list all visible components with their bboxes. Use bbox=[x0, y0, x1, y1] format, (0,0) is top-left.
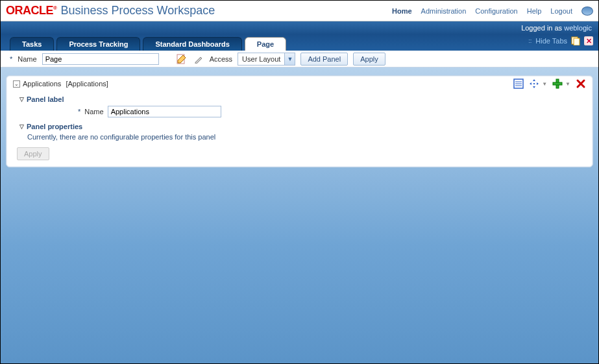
tab-strip-tools: :: Hide Tabs ✕ bbox=[528, 36, 593, 45]
user-bar: Logged in as weblogic bbox=[1, 21, 598, 34]
top-nav: Home Administration Configuration Help L… bbox=[392, 6, 593, 16]
panel-apply-button: Apply bbox=[17, 147, 49, 160]
logged-in-user: weblogic bbox=[564, 24, 592, 32]
add-icon[interactable] bbox=[552, 79, 563, 89]
app-title: Business Process Workspace bbox=[60, 4, 215, 18]
brand-oval-icon bbox=[581, 6, 593, 16]
breadcrumb-detail: [Applications] bbox=[66, 80, 108, 88]
tab-standard-dashboards[interactable]: Standard Dashboards bbox=[143, 37, 241, 51]
tab-strip: Tasks Process Tracking Standard Dashboar… bbox=[1, 34, 598, 51]
edit-icon[interactable] bbox=[176, 53, 188, 65]
required-marker-2: * bbox=[78, 108, 80, 115]
move-icon[interactable] bbox=[529, 79, 539, 89]
required-marker: * bbox=[10, 55, 12, 63]
panel-name-label: Name bbox=[84, 108, 103, 115]
breadcrumb-app: Applications bbox=[23, 80, 61, 88]
panel-breadcrumb: ⌄ Applications [Applications] bbox=[13, 80, 108, 88]
tab-page[interactable]: Page bbox=[245, 37, 286, 51]
svg-rect-1 bbox=[574, 38, 580, 45]
access-value: User Layout bbox=[238, 55, 284, 63]
svg-rect-9 bbox=[553, 82, 562, 85]
pencil-icon[interactable] bbox=[193, 53, 204, 65]
page-toolbar: * Name Access User Layout ▼ Add Panel Ap… bbox=[1, 51, 598, 67]
move-menu-caret-icon[interactable]: ▼ bbox=[542, 81, 547, 87]
app-header: ORACLE Business Process Workspace Home A… bbox=[1, 1, 598, 21]
svg-rect-7 bbox=[533, 83, 535, 84]
delete-icon[interactable] bbox=[576, 79, 586, 89]
hide-tabs-dots-icon: :: bbox=[528, 38, 532, 44]
close-tab-icon[interactable]: ✕ bbox=[584, 36, 593, 45]
nav-configuration[interactable]: Configuration bbox=[475, 7, 517, 15]
panel-apply-row: Apply bbox=[17, 147, 586, 160]
main-content: ⌄ Applications [Applications] ▼ ▼ bbox=[1, 67, 598, 364]
tab-process-tracking[interactable]: Process Tracking bbox=[56, 37, 140, 51]
page-name-input[interactable] bbox=[42, 53, 159, 65]
dropdown-icon[interactable]: ▼ bbox=[284, 53, 295, 65]
logged-in-label: Logged in as bbox=[521, 24, 562, 32]
collapse-triangle-icon-2[interactable]: ▽ bbox=[19, 123, 24, 130]
tab-tasks[interactable]: Tasks bbox=[10, 37, 54, 51]
panel-label-title: Panel label bbox=[27, 95, 64, 103]
nav-home[interactable]: Home bbox=[392, 7, 412, 15]
panel-properties-note: Currently, there are no configurable pro… bbox=[27, 133, 586, 141]
expand-toggle-icon[interactable]: ⌄ bbox=[13, 80, 20, 88]
panel-properties-section: ▽ Panel properties bbox=[19, 123, 586, 130]
collapse-triangle-icon[interactable]: ▽ bbox=[19, 96, 24, 103]
nav-help[interactable]: Help bbox=[527, 7, 542, 15]
panel-name-row: * Name bbox=[78, 106, 586, 117]
access-select[interactable]: User Layout ▼ bbox=[238, 53, 295, 66]
panel-header: ⌄ Applications [Applications] ▼ ▼ bbox=[13, 79, 586, 89]
panel-tools: ▼ ▼ bbox=[513, 79, 586, 89]
access-label: Access bbox=[210, 55, 232, 63]
panel-properties-title: Panel properties bbox=[27, 123, 82, 130]
pages-icon[interactable] bbox=[571, 36, 580, 45]
panel-label-section: ▽ Panel label bbox=[19, 95, 586, 103]
oracle-logo: ORACLE bbox=[6, 4, 56, 18]
nav-administration[interactable]: Administration bbox=[421, 7, 467, 15]
hide-tabs-link[interactable]: Hide Tabs bbox=[535, 37, 567, 45]
name-label: Name bbox=[18, 55, 36, 63]
add-panel-button[interactable]: Add Panel bbox=[300, 53, 348, 66]
panel-name-input[interactable] bbox=[108, 106, 221, 117]
nav-logout[interactable]: Logout bbox=[550, 7, 572, 15]
list-view-icon[interactable] bbox=[513, 79, 524, 89]
logo-area: ORACLE Business Process Workspace bbox=[6, 4, 215, 18]
add-menu-caret-icon[interactable]: ▼ bbox=[565, 81, 570, 87]
panel-card: ⌄ Applications [Applications] ▼ ▼ bbox=[6, 75, 593, 167]
apply-button[interactable]: Apply bbox=[353, 53, 385, 66]
